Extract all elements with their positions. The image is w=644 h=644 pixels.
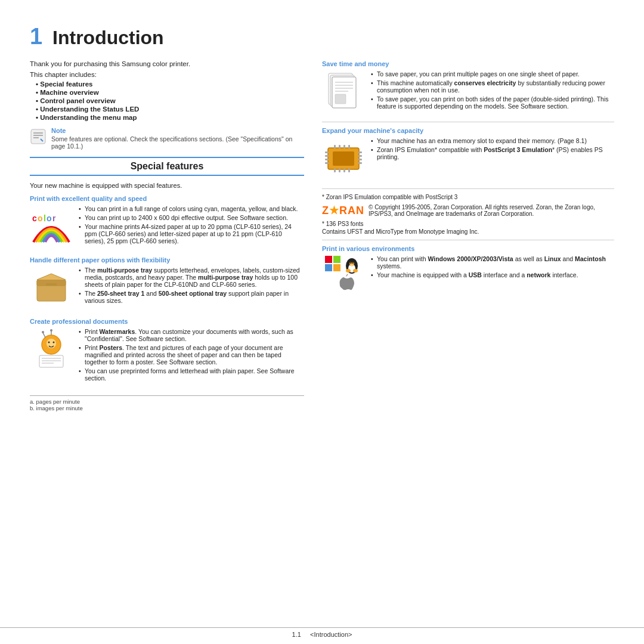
divider-1 — [322, 122, 614, 122]
chapter-title: 1 Introduction — [30, 24, 614, 49]
page: 1 Introduction Thank you for purchasing … — [0, 0, 644, 644]
paper-options-bullets: The multi-purpose tray supports letterhe… — [79, 267, 304, 306]
print-env-bullets: You can print with Windows 2000/XP/2003/… — [371, 255, 614, 280]
svg-point-15 — [48, 342, 50, 343]
svg-text:o: o — [47, 213, 52, 223]
chapter-number: 1 — [30, 24, 42, 49]
bullet-control-panel: Control panel overview — [36, 97, 304, 104]
pro-docs-image — [30, 328, 73, 371]
feature-print-quality: Print with excellent quality and speed c… — [30, 195, 304, 248]
color-print-image: c o l o r — [30, 205, 73, 248]
svg-rect-39 — [358, 151, 362, 153]
feature-intro: Your new machine is equipped with specia… — [30, 182, 304, 189]
pe-bullet-2: Your machine is equipped with a USB inte… — [371, 271, 614, 278]
svg-rect-52 — [333, 256, 340, 263]
svg-point-16 — [53, 342, 55, 343]
svg-rect-43 — [334, 145, 336, 148]
feature-pro-docs: Create professional documents — [30, 318, 304, 383]
footer-section: <Introduction> — [310, 631, 352, 638]
ec-bullet-1: Your machine has an extra memory slot to… — [371, 137, 614, 144]
bullet-status-led: Understanding the Status LED — [36, 106, 304, 113]
footnote-b: b. images per minute — [30, 405, 304, 411]
print-environments-section: Print in various environments — [322, 245, 614, 298]
svg-rect-38 — [325, 162, 329, 164]
pq-bullet-1: You can print in a full range of colors … — [79, 205, 304, 212]
svg-rect-42 — [358, 162, 362, 164]
po-bullet-1: The multi-purpose tray supports letterhe… — [79, 267, 304, 288]
right-column: Save time and money — [322, 60, 614, 411]
expand-capacity-heading: Expand your machine's capacity — [322, 127, 614, 134]
svg-rect-41 — [358, 159, 362, 160]
pq-bullet-2: You can print up to 2400 x 600 dpi effec… — [79, 214, 304, 221]
ec-bullet-2: Zoran IPS Emulation* compatible with Pos… — [371, 146, 614, 160]
svg-rect-54 — [333, 264, 340, 271]
special-features-title: Special features — [30, 157, 304, 176]
svg-point-60 — [352, 262, 354, 264]
save-time-heading: Save time and money — [322, 60, 614, 67]
divider-2 — [322, 188, 614, 189]
svg-rect-48 — [339, 169, 340, 172]
svg-point-59 — [350, 262, 351, 264]
svg-line-17 — [43, 333, 45, 338]
svg-rect-35 — [325, 151, 329, 153]
svg-rect-46 — [348, 145, 350, 148]
svg-point-62 — [353, 269, 358, 273]
svg-rect-45 — [343, 145, 345, 148]
feature-pro-docs-heading: Create professional documents — [30, 318, 304, 325]
svg-point-18 — [42, 331, 44, 333]
page-footer: 1.1 <Introduction> — [0, 627, 644, 638]
st-bullet-2: This machine automatically conserves ele… — [371, 79, 614, 94]
divider-3 — [322, 240, 614, 240]
svg-rect-21 — [39, 355, 63, 367]
bullet-machine-overview: Machine overview — [36, 89, 304, 96]
zoran-footnote1: * Zoran IPS Emulation compatible with Po… — [322, 194, 614, 200]
feature-paper-options: Handle different paper options with flex… — [30, 256, 304, 309]
footer-page-number: 1.1 — [292, 631, 301, 638]
zoran-logo: Z★RAN — [322, 204, 364, 217]
pe-bullet-1: You can print with Windows 2000/XP/2003/… — [371, 255, 614, 270]
svg-rect-49 — [343, 169, 345, 172]
svg-rect-44 — [339, 145, 340, 148]
paper-tray-image — [30, 267, 73, 309]
svg-rect-0 — [31, 129, 45, 144]
chapter-includes-label: This chapter includes: — [30, 71, 304, 78]
svg-text:l: l — [44, 213, 46, 223]
st-bullet-3: To save paper, you can print on both sid… — [371, 95, 614, 110]
svg-point-61 — [346, 269, 351, 273]
chapter-bullets: Special features Machine overview Contro… — [36, 80, 304, 121]
bullet-menu-map: Understanding the menu map — [36, 114, 304, 121]
save-time-section: Save time and money — [322, 60, 614, 113]
svg-rect-36 — [325, 155, 329, 157]
pro-docs-bullets: Print Watermarks. You can customize your… — [79, 328, 304, 383]
footnote-a: a. pages per minute — [30, 398, 304, 405]
feature-paper-heading: Handle different paper options with flex… — [30, 256, 304, 264]
chip-image — [322, 137, 365, 180]
svg-rect-51 — [325, 256, 332, 263]
zoran-block: Z★RAN © Copyright 1995-2005, Zoran Corpo… — [322, 204, 614, 217]
pq-bullet-3: Your machine prints A4-sized paper at up… — [79, 223, 304, 244]
save-time-image — [322, 70, 365, 113]
svg-rect-34 — [333, 151, 354, 166]
left-column: Thank you for purchasing this Samsung co… — [30, 60, 304, 411]
expand-capacity-section: Expand your machine's capacity — [322, 127, 614, 180]
svg-rect-12 — [46, 283, 57, 286]
chapter-title-text: Introduction — [52, 27, 164, 48]
svg-text:o: o — [38, 213, 43, 223]
pd-bullet-3: You can use preprinted forms and letterh… — [79, 367, 304, 382]
svg-rect-53 — [325, 264, 332, 271]
pd-bullet-2: Print Posters. The text and pictures of … — [79, 344, 304, 366]
footnote-area: a. pages per minute b. images per minute — [30, 395, 304, 411]
expand-bullets: Your machine has an extra memory slot to… — [371, 137, 614, 162]
svg-text:c: c — [32, 213, 37, 223]
os-icons-image — [322, 255, 365, 298]
svg-text:r: r — [52, 213, 56, 223]
note-icon — [30, 128, 47, 145]
print-env-heading: Print in various environments — [322, 245, 614, 252]
zoran-footnote2: * 136 PS3 fonts — [322, 221, 614, 227]
pd-bullet-1: Print Watermarks. You can customize your… — [79, 328, 304, 342]
feature-print-quality-heading: Print with excellent quality and speed — [30, 195, 304, 202]
zoran-copyright: © Copyright 1995-2005, Zoran Corporation… — [369, 204, 614, 217]
svg-rect-47 — [334, 169, 336, 172]
note-text: Some features are optional. Check the sp… — [51, 135, 304, 150]
svg-rect-50 — [348, 169, 350, 172]
